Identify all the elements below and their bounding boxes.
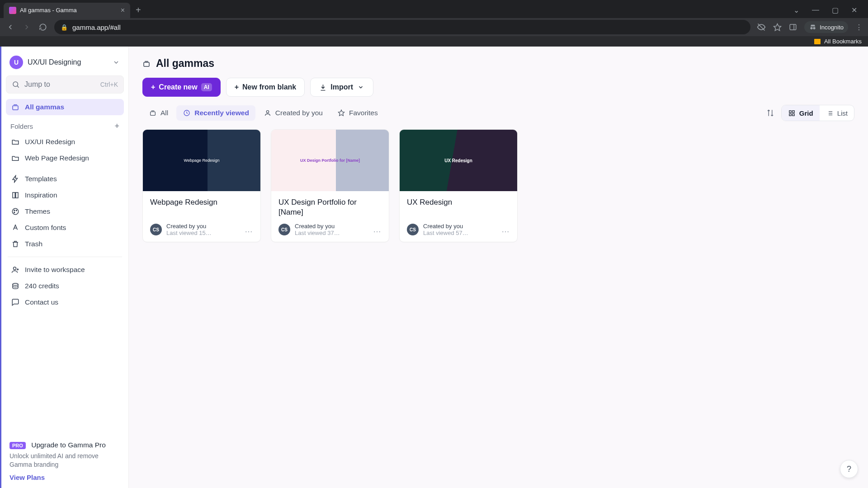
trash-icon: [11, 240, 19, 248]
add-folder-button[interactable]: +: [114, 122, 119, 131]
tab-title: All gammas - Gamma: [20, 7, 117, 14]
svg-line-7: [17, 86, 19, 87]
sidebar-item-credits[interactable]: 240 credits: [6, 278, 124, 294]
workspace-switcher[interactable]: U UX/UI Designing: [6, 53, 124, 75]
filter-all[interactable]: All: [142, 105, 175, 121]
maximize-icon[interactable]: ▢: [832, 6, 839, 14]
url-text: gamma.app/#all: [72, 23, 121, 31]
create-new-button[interactable]: + Create new AI: [142, 78, 221, 97]
bookmark-star-icon[interactable]: [773, 23, 782, 32]
chevron-down-icon[interactable]: ⌄: [793, 6, 799, 14]
browser-tab[interactable]: All gammas - Gamma ×: [4, 3, 130, 18]
sidebar-folder-item[interactable]: UX/UI Redesign: [6, 134, 124, 150]
forward-icon[interactable]: [22, 23, 32, 31]
filter-recently-viewed[interactable]: Recently viewed: [176, 105, 255, 121]
workspace-avatar: U: [9, 56, 23, 69]
coin-icon: [11, 282, 19, 290]
view-plans-link[interactable]: View Plans: [9, 474, 45, 481]
import-icon: [319, 83, 327, 91]
svg-point-14: [13, 283, 18, 286]
sidebar-item-label: Trash: [25, 240, 42, 248]
card-thumbnail: UX Design Portfolio for [Name]: [271, 130, 389, 191]
search-input[interactable]: Jump to Ctrl+K: [6, 75, 124, 94]
font-icon: [11, 224, 19, 232]
sidebar-item-label: Custom fonts: [25, 224, 66, 232]
lightning-icon: [11, 175, 19, 183]
minimize-icon[interactable]: —: [812, 6, 819, 14]
user-plus-icon: [11, 266, 19, 274]
all-bookmarks-link[interactable]: All Bookmarks: [824, 38, 862, 45]
sidebar-item-templates[interactable]: Templates: [6, 171, 124, 187]
user-icon: [264, 109, 272, 117]
sidepanel-icon[interactable]: [789, 23, 797, 31]
sidebar-item-trash[interactable]: Trash: [6, 236, 124, 252]
svg-rect-20: [789, 110, 791, 112]
card-more-icon[interactable]: …: [373, 225, 382, 235]
svg-point-4: [811, 27, 813, 29]
svg-point-10: [14, 210, 15, 211]
svg-point-18: [266, 111, 269, 113]
sidebar-item-label: All gammas: [25, 103, 64, 111]
sidebar-item-label: Themes: [25, 207, 50, 216]
sidebar-folder-item[interactable]: Web Page Redesign: [6, 150, 124, 166]
new-tab-button[interactable]: +: [130, 5, 146, 15]
close-tab-icon[interactable]: ×: [121, 6, 125, 14]
svg-rect-15: [144, 62, 149, 66]
sidebar-item-inspiration[interactable]: Inspiration: [6, 187, 124, 203]
svg-point-13: [14, 267, 16, 270]
gamma-card[interactable]: UX Redesign UX Redesign CS Created by yo…: [399, 129, 518, 242]
sidebar-item-label: UX/UI Redesign: [25, 138, 75, 146]
stack-icon: [11, 103, 19, 111]
filter-created-by-you[interactable]: Created by you: [257, 105, 329, 121]
address-bar[interactable]: 🔒 gamma.app/#all: [54, 20, 750, 34]
bookmarks-bar: All Bookmarks: [0, 36, 868, 47]
button-label: Create new: [159, 83, 197, 91]
chat-icon: [11, 298, 19, 306]
tracking-icon[interactable]: [757, 23, 766, 32]
svg-point-12: [14, 212, 15, 213]
ai-chip: AI: [201, 83, 212, 91]
pro-badge: PRO: [9, 442, 26, 449]
chevron-down-icon: [112, 58, 120, 66]
gamma-card[interactable]: Webpage Redesign Webpage Redesign CS Cre…: [142, 129, 261, 242]
filter-favorites[interactable]: Favorites: [331, 105, 384, 121]
avatar: CS: [407, 224, 419, 235]
svg-rect-22: [789, 113, 791, 115]
sidebar-item-all-gammas[interactable]: All gammas: [6, 99, 124, 115]
chevron-down-icon: [357, 83, 365, 91]
filter-label: Recently viewed: [194, 109, 249, 117]
sidebar-item-contact[interactable]: Contact us: [6, 294, 124, 310]
sidebar-item-invite[interactable]: Invite to workspace: [6, 262, 124, 278]
book-icon: [11, 191, 19, 199]
svg-rect-21: [793, 110, 794, 112]
view-list-button[interactable]: List: [820, 105, 854, 121]
svg-rect-23: [793, 113, 794, 115]
page-title: All gammas: [156, 57, 214, 70]
folder-icon: [11, 154, 19, 162]
card-more-icon[interactable]: …: [245, 225, 253, 235]
svg-point-5: [813, 27, 816, 29]
sidebar-item-themes[interactable]: Themes: [6, 203, 124, 220]
card-creator: Created by you: [423, 223, 497, 230]
svg-point-6: [13, 82, 18, 87]
help-button[interactable]: ?: [840, 460, 858, 478]
close-window-icon[interactable]: ✕: [851, 6, 857, 14]
reload-icon[interactable]: [38, 23, 48, 31]
card-thumbnail: Webpage Redesign: [143, 130, 260, 191]
kebab-menu-icon[interactable]: ⋮: [855, 23, 863, 32]
help-icon: ?: [847, 465, 851, 474]
sort-button[interactable]: [764, 107, 777, 119]
sidebar-item-custom-fonts[interactable]: Custom fonts: [6, 220, 124, 236]
card-more-icon[interactable]: …: [501, 225, 510, 235]
gamma-grid: Webpage Redesign Webpage Redesign CS Cre…: [142, 129, 854, 242]
tab-bar: All gammas - Gamma × + ⌄ — ▢ ✕: [0, 0, 868, 18]
gamma-card[interactable]: UX Design Portfolio for [Name] UX Design…: [271, 129, 389, 242]
incognito-chip[interactable]: Incognito: [804, 21, 848, 33]
view-grid-button[interactable]: Grid: [782, 105, 820, 121]
back-icon[interactable]: [5, 23, 15, 31]
sidebar-item-label: Inspiration: [25, 191, 57, 199]
import-button[interactable]: Import: [310, 78, 373, 97]
new-blank-button[interactable]: + New from blank: [226, 78, 305, 97]
search-icon: [12, 80, 20, 89]
card-creator: Created by you: [295, 223, 368, 230]
